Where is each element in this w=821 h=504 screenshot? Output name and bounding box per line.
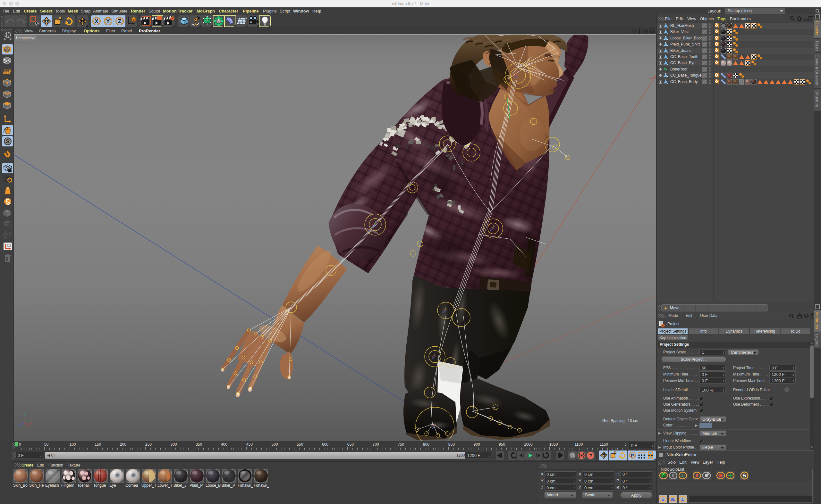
svg-text:L: L — [682, 497, 684, 502]
svg-text:z: z — [10, 225, 11, 228]
svg-text:S: S — [672, 473, 675, 478]
svg-text:S: S — [6, 139, 10, 144]
svg-text:Y: Y — [23, 413, 26, 417]
svg-text:SL: SL — [670, 497, 675, 502]
svg-text:?: ? — [589, 453, 592, 458]
svg-text:✘: ✘ — [695, 473, 699, 478]
svg-text:Z: Z — [17, 422, 19, 426]
svg-text:P: P — [631, 453, 634, 458]
svg-text:Y: Y — [106, 18, 110, 24]
svg-text:Z: Z — [118, 18, 121, 24]
svg-text:L: L — [682, 473, 684, 478]
svg-text:S: S — [742, 472, 747, 478]
svg-text:X: X — [29, 421, 32, 425]
svg-text:X: X — [95, 18, 98, 24]
